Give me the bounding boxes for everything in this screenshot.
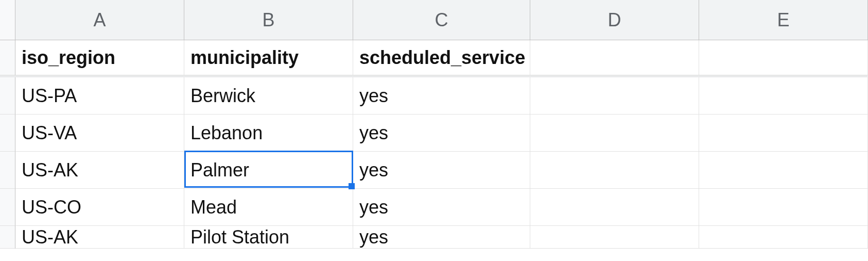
cell[interactable]: US-PA [15, 77, 184, 115]
row-number[interactable] [0, 226, 15, 249]
cell[interactable] [699, 77, 868, 115]
corner-box[interactable] [0, 0, 15, 40]
cell[interactable]: Berwick [184, 77, 353, 115]
col-header-D[interactable]: D [530, 0, 699, 40]
cell[interactable]: US-AK [15, 152, 184, 189]
cell-selected[interactable]: Palmer [184, 152, 353, 189]
column-header-row: A B C D E [0, 0, 868, 40]
header-cell-B[interactable]: municipality [184, 40, 353, 75]
cell[interactable] [530, 152, 699, 189]
row-number[interactable] [0, 77, 15, 115]
cell[interactable]: yes [353, 152, 530, 189]
row-number[interactable] [0, 115, 15, 152]
header-cell-E[interactable] [699, 40, 868, 75]
table-row: US-VA Lebanon yes [0, 115, 868, 152]
header-cell-D[interactable] [530, 40, 699, 75]
col-header-E[interactable]: E [699, 0, 868, 40]
cell[interactable] [530, 77, 699, 115]
header-row: iso_region municipality scheduled_servic… [0, 40, 868, 77]
header-cell-A[interactable]: iso_region [15, 40, 184, 75]
spreadsheet: A B C D E iso_region municipality schedu… [0, 0, 868, 249]
cell[interactable]: yes [353, 115, 530, 152]
cell[interactable] [699, 189, 868, 226]
col-header-B[interactable]: B [184, 0, 353, 40]
cell[interactable] [530, 189, 699, 226]
cell[interactable]: Pilot Station [184, 226, 353, 249]
cell[interactable] [699, 226, 868, 249]
table-row: US-CO Mead yes [0, 189, 868, 226]
cell[interactable]: Mead [184, 189, 353, 226]
col-header-C[interactable]: C [353, 0, 530, 40]
col-header-A[interactable]: A [15, 0, 184, 40]
row-number[interactable] [0, 152, 15, 189]
cell[interactable]: US-VA [15, 115, 184, 152]
cell[interactable]: US-AK [15, 226, 184, 249]
cell[interactable]: yes [353, 77, 530, 115]
row-number[interactable] [0, 189, 15, 226]
cell[interactable] [530, 115, 699, 152]
cell[interactable] [699, 152, 868, 189]
row-number[interactable] [0, 40, 15, 75]
table-row: US-AK Pilot Station yes [0, 226, 868, 249]
cell[interactable]: US-CO [15, 189, 184, 226]
cell[interactable] [699, 115, 868, 152]
table-row: US-PA Berwick yes [0, 77, 868, 115]
cell[interactable]: Lebanon [184, 115, 353, 152]
cell[interactable] [530, 226, 699, 249]
cell[interactable]: yes [353, 226, 530, 249]
header-cell-C[interactable]: scheduled_service [353, 40, 530, 75]
cell[interactable]: yes [353, 189, 530, 226]
table-row: US-AK Palmer yes [0, 152, 868, 189]
